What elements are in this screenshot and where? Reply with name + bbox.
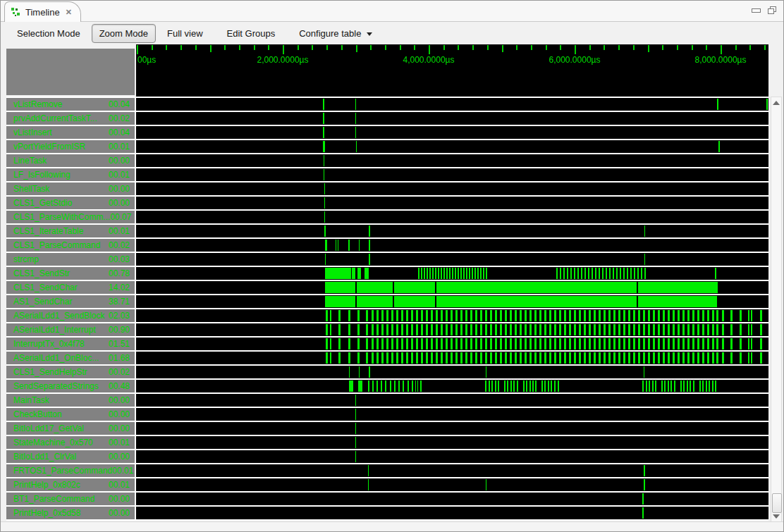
task-timeline-track[interactable] (136, 197, 768, 209)
task-timeline-track[interactable] (136, 281, 768, 294)
event-mark (376, 352, 379, 364)
event-mark (326, 324, 328, 335)
task-row-header[interactable]: LineTask00.00 (6, 154, 135, 167)
task-row-header[interactable]: BT1_ParseCommand00.00 (6, 493, 135, 505)
task-row-header[interactable]: vListInsert00.04 (6, 126, 135, 139)
event-mark (766, 99, 768, 110)
task-timeline-track[interactable] (136, 450, 768, 463)
selection-mode-button[interactable]: Selection Mode (9, 24, 88, 43)
task-name: LineTask (13, 156, 47, 166)
axis-tick (268, 45, 269, 50)
dropdown-arrow-icon (367, 32, 372, 36)
event-mark (569, 310, 571, 321)
task-row-header[interactable]: strcmp00.03 (6, 253, 135, 266)
task-row-header[interactable]: BitIoLdd17_GetVal00.00 (6, 422, 135, 435)
task-timeline-track[interactable] (136, 464, 768, 477)
task-row-header[interactable]: BitIoLdd1_ClrVal00.00 (6, 450, 135, 463)
event-mark (579, 352, 581, 364)
task-row-header[interactable]: LF_IsFollowing00.01 (6, 168, 135, 181)
task-row-header[interactable]: vPortYieldFromISR00.01 (6, 140, 135, 153)
task-row-header[interactable]: AS1_SendChar38.71 (6, 295, 135, 308)
task-timeline-track[interactable] (136, 211, 768, 223)
event-mark (376, 338, 379, 349)
task-timeline-track[interactable] (136, 309, 768, 322)
task-row-header[interactable]: CLS1_SendHelpStr00.02 (6, 366, 135, 378)
task-timeline-track[interactable] (136, 380, 768, 392)
minimize-icon[interactable] (752, 8, 761, 13)
task-row-header[interactable]: CLS1_SendChar14.02 (6, 281, 135, 294)
task-timeline-track[interactable] (136, 112, 768, 125)
event-mark (369, 254, 370, 265)
task-row-header[interactable]: CLS1_SendStr00.78 (6, 267, 135, 280)
task-row-header[interactable]: PrintHelp_0x802c00.01 (6, 478, 135, 491)
task-row-header[interactable]: CLS1_ParseWithComm...00.07 (6, 211, 135, 223)
task-timeline-track[interactable] (136, 140, 768, 153)
task-row-header[interactable]: CLS1_ParseCommand00.02 (6, 239, 135, 252)
configure-table-button[interactable]: Configure table (291, 24, 380, 43)
task-timeline-track[interactable] (136, 253, 768, 266)
task-timeline-track[interactable] (136, 422, 768, 435)
event-mark (716, 352, 718, 364)
task-timeline-track[interactable] (136, 168, 768, 181)
task-row-header[interactable]: MainTask00.00 (6, 394, 135, 407)
task-timeline-track[interactable] (136, 295, 768, 308)
event-mark (426, 324, 428, 335)
task-timeline-track[interactable] (136, 154, 768, 167)
task-timeline-track[interactable] (136, 478, 768, 491)
close-icon[interactable]: ✕ (66, 8, 72, 17)
task-row-header[interactable]: CheckButton00.00 (6, 408, 135, 421)
task-row-header[interactable]: ShellTask00.00 (6, 183, 135, 195)
task-row-header[interactable]: CLS1_GetStdio00.00 (6, 197, 135, 209)
task-row-header[interactable]: ASerialLdd1_SendBlock02.03 (6, 309, 135, 322)
task-row-header[interactable]: prvAddCurrentTaskT...00.02 (6, 112, 135, 125)
full-view-button[interactable]: Full view (159, 24, 211, 43)
event-mark (682, 324, 685, 335)
edit-groups-button[interactable]: Edit Groups (219, 24, 283, 43)
task-row-header[interactable]: FRTOS1_ParseCommand00.01 (6, 464, 135, 477)
task-timeline-track[interactable] (136, 323, 768, 336)
task-timeline-track[interactable] (136, 338, 768, 350)
task-timeline-track[interactable] (136, 394, 768, 407)
task-timeline-track[interactable] (136, 436, 768, 449)
task-timeline-track[interactable] (136, 126, 768, 139)
task-row-header[interactable]: SendSeparatedStrings00.48 (6, 380, 135, 392)
maximize-icon[interactable] (768, 6, 776, 14)
task-timeline-track[interactable] (136, 408, 768, 421)
task-timeline-track[interactable] (136, 493, 768, 505)
event-mark (702, 381, 704, 392)
task-timeline-track[interactable] (136, 366, 768, 378)
event-mark (674, 381, 675, 392)
event-mark (740, 338, 742, 349)
task-timeline-track[interactable] (136, 507, 768, 519)
event-mark (438, 268, 439, 279)
task-row-header[interactable]: CLS1_IterateTable00.01 (6, 225, 135, 237)
task-timeline-track[interactable] (136, 183, 768, 195)
vertical-scrollbar-thumb[interactable] (772, 493, 782, 513)
task-name: strcmp (13, 254, 39, 264)
event-mark (574, 352, 576, 364)
task-row-header[interactable]: vListRemove00.04 (6, 98, 135, 111)
task-timeline-track[interactable] (136, 225, 768, 237)
task-value: 00.01 (112, 466, 133, 476)
task-timeline-track[interactable] (136, 267, 768, 280)
zoom-mode-button[interactable]: Zoom Mode (92, 24, 156, 43)
timeline-row: CLS1_SendChar14.02 (6, 281, 768, 294)
time-axis[interactable]: 00µs2,000.0000µs4,000.0000µs6,000.0000µs… (136, 44, 768, 97)
task-row-header[interactable]: InterruptTx_0x4f7801.51 (6, 338, 135, 350)
task-timeline-track[interactable] (136, 239, 768, 252)
axis-time-label: 6,000.0000µs (549, 55, 601, 65)
timeline-row: BT1_ParseCommand00.00 (6, 493, 768, 505)
tab-timeline[interactable]: Timeline ✕ (4, 1, 81, 22)
task-row-header[interactable]: PrintHelp_0x5d5800.00 (6, 507, 135, 519)
task-row-header[interactable]: ASerialLdd1_OnBloc...01.68 (6, 352, 135, 364)
scroll-down-icon[interactable] (773, 514, 780, 519)
task-row-header[interactable]: ASerialLdd1_Interrupt00.90 (6, 323, 135, 336)
vertical-scrollbar[interactable] (771, 97, 782, 522)
event-mark (470, 310, 472, 321)
horizontal-scrollbar[interactable] (1, 521, 783, 531)
scroll-up-icon[interactable] (773, 101, 780, 105)
task-row-header[interactable]: StateMachine_0x57000.01 (6, 436, 135, 449)
task-timeline-track[interactable] (136, 352, 768, 364)
task-timeline-track[interactable] (136, 98, 768, 111)
task-name: prvAddCurrentTaskT... (13, 113, 97, 123)
